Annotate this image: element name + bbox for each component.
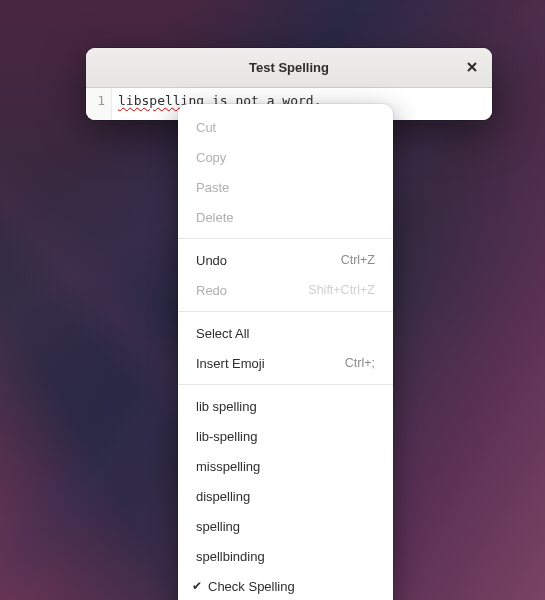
menu-label: Delete: [196, 210, 375, 225]
menu-separator: [178, 311, 393, 312]
checkmark-icon: ✔: [190, 579, 204, 593]
menu-label: Undo: [196, 253, 341, 268]
menu-label: dispelling: [196, 489, 375, 504]
menu-separator: [178, 238, 393, 239]
line-number: 1: [97, 93, 105, 108]
menu-item-select-all[interactable]: Select All: [178, 318, 393, 348]
close-button[interactable]: [460, 56, 484, 80]
menu-label: Select All: [196, 326, 375, 341]
menu-item-check-spelling[interactable]: ✔ Check Spelling: [178, 571, 393, 600]
close-icon: [466, 59, 478, 77]
menu-item-suggestion[interactable]: spelling: [178, 511, 393, 541]
menu-label: Paste: [196, 180, 375, 195]
menu-label: Cut: [196, 120, 375, 135]
menu-label: Insert Emoji: [196, 356, 345, 371]
context-menu: Cut Copy Paste Delete Undo Ctrl+Z Redo S…: [178, 104, 393, 600]
menu-item-paste: Paste: [178, 172, 393, 202]
menu-accelerator: Ctrl+;: [345, 356, 375, 370]
menu-separator: [178, 384, 393, 385]
menu-item-delete: Delete: [178, 202, 393, 232]
menu-item-suggestion[interactable]: misspelling: [178, 451, 393, 481]
menu-item-redo: Redo Shift+Ctrl+Z: [178, 275, 393, 305]
line-number-gutter: 1: [86, 88, 112, 120]
menu-item-suggestion[interactable]: dispelling: [178, 481, 393, 511]
menu-label: Redo: [196, 283, 308, 298]
titlebar[interactable]: Test Spelling: [86, 48, 492, 88]
menu-accelerator: Shift+Ctrl+Z: [308, 283, 375, 297]
menu-item-suggestion[interactable]: lib spelling: [178, 391, 393, 421]
menu-item-copy: Copy: [178, 142, 393, 172]
menu-label: spelling: [196, 519, 375, 534]
menu-item-suggestion[interactable]: spellbinding: [178, 541, 393, 571]
menu-item-undo[interactable]: Undo Ctrl+Z: [178, 245, 393, 275]
menu-accelerator: Ctrl+Z: [341, 253, 375, 267]
menu-label: spellbinding: [196, 549, 375, 564]
menu-label: Copy: [196, 150, 375, 165]
menu-item-suggestion[interactable]: lib-spelling: [178, 421, 393, 451]
menu-label: lib-spelling: [196, 429, 375, 444]
menu-item-cut: Cut: [178, 112, 393, 142]
menu-label: Check Spelling: [208, 579, 375, 594]
menu-label: misspelling: [196, 459, 375, 474]
menu-item-insert-emoji[interactable]: Insert Emoji Ctrl+;: [178, 348, 393, 378]
menu-label: lib spelling: [196, 399, 375, 414]
window-title: Test Spelling: [249, 60, 329, 75]
